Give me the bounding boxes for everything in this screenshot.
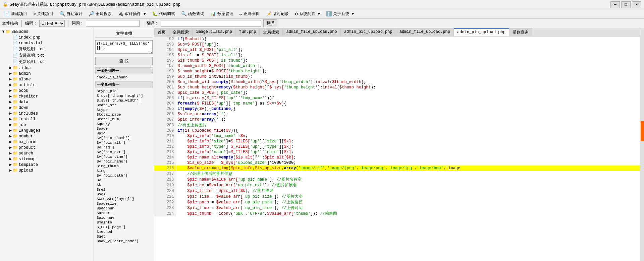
- var-item[interactable]: $img_thumb: [95, 164, 153, 169]
- var-item[interactable]: $v['pic_ext']: [95, 150, 153, 154]
- tree-item-upload[interactable]: ▶📁upload: [0, 168, 94, 173]
- menu-item-func-query[interactable]: 🔍函数查询: [178, 10, 207, 18]
- var-item[interactable]: $_sys['thump_height']: [95, 93, 153, 98]
- tab-admin-file-upload2[interactable]: admin_file_upload.php: [396, 28, 454, 36]
- menu-icon-close-project: ✕: [33, 11, 36, 17]
- tab-admin-pic-upload1[interactable]: admin_pic_upload.php: [341, 28, 396, 36]
- tree-item-includes[interactable]: ▶📁includes: [0, 111, 94, 116]
- var-item[interactable]: $cate_str: [95, 103, 153, 108]
- search-button[interactable]: 查 找: [95, 57, 153, 65]
- menu-item-about[interactable]: ℹ️关于系统 ▼: [323, 10, 357, 18]
- menu-item-close-project[interactable]: ✕关闭项目: [31, 10, 56, 18]
- right-scrollbar[interactable]: [640, 28, 644, 261]
- var-item[interactable]: $v['pic_name']: [95, 159, 153, 164]
- code-scroll[interactable]: 192if($submit){193$up=$_POST['up'];194$p…: [154, 37, 640, 261]
- tab-homepage[interactable]: 首页: [154, 28, 169, 36]
- var-item[interactable]: $GLOBALS['mysql']: [95, 197, 153, 201]
- tree-item------txt[interactable]: 📄升级说明.txt: [0, 46, 94, 52]
- var-item[interactable]: $total_page: [95, 112, 153, 117]
- tree-item-search[interactable]: ▶📁search: [0, 150, 94, 156]
- var-item[interactable]: $method: [95, 230, 153, 234]
- tree-item-BEEScms[interactable]: ▼📁BEEScms: [0, 29, 94, 35]
- var-item[interactable]: $maintb: [95, 220, 153, 225]
- var-item[interactable]: $rel: [95, 187, 153, 192]
- tab-admin-file-upload1[interactable]: admin_file_upload.php: [283, 28, 340, 36]
- var-item[interactable]: $pagesize: [95, 201, 153, 206]
- var-item[interactable]: $page: [95, 126, 153, 131]
- code-row: 202$pic_cate=$_POST['pic_cate'];: [154, 90, 640, 95]
- tree-item-book[interactable]: ▶📁book: [0, 88, 94, 93]
- tree-item-admin[interactable]: ▶📁admin: [0, 71, 94, 76]
- tree-item-languages[interactable]: ▶📁languages: [0, 128, 94, 133]
- var-item[interactable]: $total_num: [95, 117, 153, 122]
- var-item[interactable]: $v['pic_time']: [95, 154, 153, 159]
- var-item[interactable]: $get: [95, 234, 153, 239]
- translate-button[interactable]: 翻译: [263, 19, 277, 27]
- tab-admin-pic-upload2[interactable]: admin_pic_upload.php: [454, 28, 509, 36]
- tree-item-member[interactable]: ▶📁member: [0, 133, 94, 139]
- tree-toggle: ▶: [9, 88, 13, 93]
- tree-item-product[interactable]: ▶📁product: [0, 145, 94, 150]
- line-number: 205: [154, 106, 176, 112]
- tree-item-template[interactable]: ▶📁template: [0, 162, 94, 168]
- tree-item------txt[interactable]: 📄更新说明.txt: [0, 59, 94, 65]
- tree-item-index-php[interactable]: 📄index.php: [0, 35, 94, 40]
- tree-item------txt[interactable]: 📄安装说明.txt: [0, 52, 94, 59]
- tab-fun-php[interactable]: fun.php: [236, 28, 260, 36]
- var-item[interactable]: $sql: [95, 192, 153, 197]
- var-item[interactable]: $pagenum: [95, 206, 153, 211]
- tree-item-down[interactable]: ▶📁down: [0, 105, 94, 111]
- tree-item-ckeditor[interactable]: ▶📁ckeditor: [0, 93, 94, 99]
- var-item[interactable]: $_sys['thump_width']: [95, 98, 153, 103]
- func-item-check-is-thumb[interactable]: check_is_thumb: [95, 75, 153, 80]
- tree-item-sitemap[interactable]: ▶📁sitemap: [0, 156, 94, 162]
- var-item[interactable]: $_GET['page']: [95, 225, 153, 230]
- menu-item-new-project[interactable]: 📄新建项目: [1, 10, 30, 18]
- var-item[interactable]: $pic: [95, 131, 153, 136]
- tab-global-search[interactable]: 全局搜索: [169, 28, 193, 36]
- tree-item--idea[interactable]: ▶📁.idea: [0, 65, 94, 71]
- code-row: 201$up_thumb_height=empty($thumb_height)…: [154, 85, 640, 90]
- tab-image-class[interactable]: image.class.php: [193, 28, 236, 36]
- var-item[interactable]: $k: [95, 183, 153, 187]
- tree-item-alone[interactable]: ▶📁alone: [0, 76, 94, 82]
- encoding-select[interactable]: UTF-8 ▼: [39, 20, 65, 27]
- menu-item-code-debug[interactable]: 🐛代码调试: [149, 10, 178, 18]
- tree-item-job[interactable]: ▶📁job: [0, 122, 94, 128]
- var-item[interactable]: $img: [95, 169, 153, 173]
- var-item[interactable]: $v: [95, 178, 153, 183]
- close-button[interactable]: ✕: [632, 1, 641, 8]
- var-item[interactable]: $pic_nav: [95, 215, 153, 220]
- tree-toggle: ▶: [9, 156, 13, 161]
- tab-global-search2[interactable]: 全局搜索: [260, 28, 283, 36]
- tree-item-label: sitemap: [19, 157, 36, 161]
- var-item[interactable]: $nav_v['cate_name']: [95, 239, 153, 244]
- var-item[interactable]: $type: [95, 108, 153, 112]
- tree-item-install[interactable]: ▶📁install: [0, 116, 94, 122]
- menu-item-global-search[interactable]: 🔎全局搜索: [86, 10, 114, 18]
- var-item[interactable]: $type_pic: [95, 89, 153, 93]
- var-item[interactable]: $query: [95, 122, 153, 126]
- tree-item-mx-form[interactable]: ▶📁mx_form: [0, 139, 94, 145]
- menu-item-audit-plugin[interactable]: 🔌审计插件 ▼: [115, 10, 148, 18]
- menu-item-regex-edit[interactable]: ✏️正则编辑: [237, 10, 262, 18]
- var-item[interactable]: $order: [95, 211, 153, 215]
- var-item[interactable]: $v['id']: [95, 145, 153, 150]
- maximize-button[interactable]: □: [621, 1, 631, 8]
- menu-item-data-mgmt[interactable]: 📊数据管理: [208, 10, 236, 18]
- query-input[interactable]: [86, 20, 140, 27]
- menu-item-sys-config[interactable]: ⚙️系统配置 ▼: [292, 10, 323, 18]
- tree-item-data[interactable]: ▶📁data: [0, 99, 94, 105]
- translate-input[interactable]: [161, 20, 261, 27]
- menu-item-temp-record[interactable]: 📝临时记录: [263, 10, 291, 18]
- search-input[interactable]: [95, 40, 153, 54]
- tab-func-query[interactable]: 函数查询: [509, 28, 532, 36]
- var-item[interactable]: $v['pic_path']: [95, 173, 153, 178]
- menu-item-auto-audit[interactable]: 🔍自动审计: [57, 10, 85, 18]
- minimize-button[interactable]: ─: [610, 1, 620, 8]
- line-number: 198: [154, 69, 176, 74]
- tree-item-article[interactable]: ▶📁article: [0, 82, 94, 88]
- var-item[interactable]: $v['pic_alt']: [95, 140, 153, 145]
- tree-item-robots-txt[interactable]: 📄robots.txt: [0, 40, 94, 46]
- var-item[interactable]: $v['pic_thumb']: [95, 136, 153, 140]
